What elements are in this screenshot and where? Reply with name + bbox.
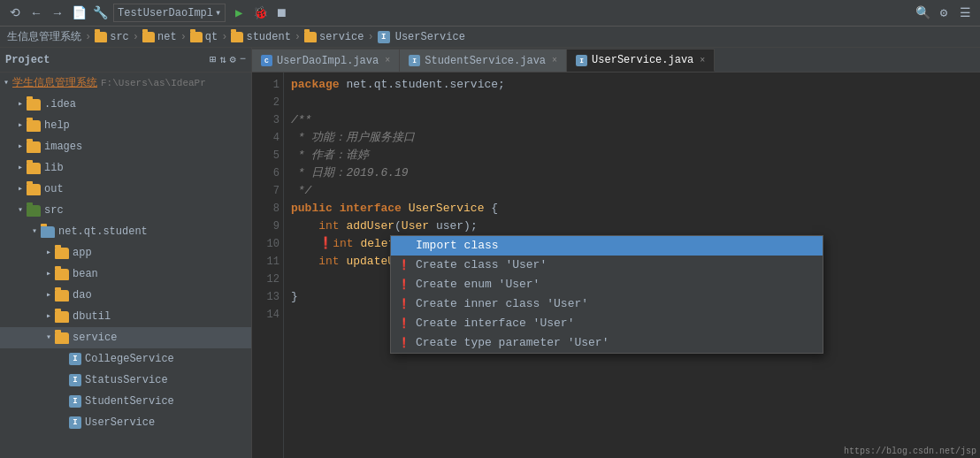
sidebar-item-src[interactable]: ▾ src [0,200,251,221]
userservice-badge: I [378,31,390,43]
root-path: F:\Users\as\IdeaPr [101,73,206,93]
autocomplete-item-3[interactable]: ❗ Create inner class 'User' [391,294,823,314]
search-icon[interactable]: 🔍 [915,5,930,21]
breadcrumb-userservice[interactable]: I UserService [378,31,465,43]
statusservice-badge: I [69,374,81,386]
sidebar-item-package[interactable]: ▾ net.qt.student [0,221,251,242]
file-icon[interactable]: 📄 [71,5,87,21]
autocomplete-item-1[interactable]: ❗ Create class 'User' [391,256,823,275]
run-config-icon[interactable]: 🔧 [92,5,108,21]
play-icon[interactable]: ▶ [231,5,247,21]
back-icon[interactable]: ← [28,5,44,21]
studentservice-label: StudentService [85,392,174,411]
sidebar-item-app[interactable]: ▸ app [0,242,251,263]
settings-icon[interactable]: ⚙ [936,5,952,21]
autocomplete-item-4[interactable]: ❗ Create interface 'User' [391,314,823,333]
tree-root[interactable]: ▾ 学生信息管理系统 F:\Users\as\IdeaPr [0,73,251,94]
sidebar-item-collegeservice[interactable]: ▸ I CollegeService [0,348,251,370]
code-content[interactable]: package net.qt.student.service; /** * 功能… [284,73,980,458]
code-line-3: /** [291,111,973,129]
error-icon-3: ❗ [398,295,410,313]
dao-folder-icon [55,290,69,302]
error-icon-2: ❗ [398,276,410,294]
autocomplete-label-2: Create enum 'User' [416,276,540,294]
app-arrow: ▸ [42,243,55,263]
tab-userdaoimpl[interactable]: C UserDaoImpl.java × [252,49,400,72]
breadcrumb-service-label: service [319,31,364,43]
dbutil-arrow: ▸ [42,307,55,326]
code-line-5: * 作者：谁婷 [291,147,973,164]
tab-userdaoimpl-close[interactable]: × [385,56,390,65]
sidebar-settings-icon[interactable]: ⚙ [230,53,236,66]
dbutil-folder-icon [55,311,69,323]
sidebar-item-userservice[interactable]: ▸ I UserService [0,412,251,433]
breadcrumb-root-label: 生信息管理系统 [7,29,81,44]
sidebar-item-dao[interactable]: ▸ dao [0,285,251,306]
breadcrumb-root[interactable]: 生信息管理系统 [7,29,81,44]
breadcrumb-net[interactable]: net [142,31,177,43]
tab-userservice[interactable]: I UserService.java × [567,49,715,72]
userdaoimpl-badge: C [261,55,272,66]
breadcrumb-qt[interactable]: qt [190,31,218,43]
breadcrumb-qt-label: qt [205,31,218,43]
src-folder-icon2 [27,205,41,217]
error-gutter-10: ❗ [318,238,331,250]
code-line-9: int addUser(User user); [291,218,973,235]
sidebar-item-statusservice[interactable]: ▸ I StatusService [0,370,251,391]
idea-label: .idea [44,95,76,114]
src-arrow: ▾ [14,201,27,220]
tab-studentservice-close[interactable]: × [552,56,557,65]
sidebar-item-bean[interactable]: ▸ bean [0,263,251,285]
bean-arrow: ▸ [42,264,55,284]
tab-studentservice[interactable]: I StudentService.java × [400,49,567,72]
sidebar-item-dbutil[interactable]: ▸ dbutil [0,306,251,327]
autocomplete-label-4: Create interface 'User' [416,315,574,332]
sidebar: Project ⊞ ⇅ ⚙ − ▾ 学生信息管理系统 F:\Users\as\I… [0,48,252,458]
root-label: 学生信息管理系统 [12,73,97,93]
breadcrumb-net-label: net [157,31,177,43]
autocomplete-dropdown[interactable]: Import class ❗ Create class 'User' ❗ Cre… [390,235,823,354]
code-line-8: public interface UserService { [291,200,973,218]
main-layout: Project ⊞ ⇅ ⚙ − ▾ 学生信息管理系统 F:\Users\as\I… [0,48,980,458]
run-config-dropdown[interactable]: TestUserDaoImpl ▾ [113,4,226,22]
app-folder-icon [55,248,69,259]
sidebar-actions: ⊞ ⇅ ⚙ − [210,53,246,66]
sidebar-item-help[interactable]: ▸ help [0,115,251,136]
userservice-tab-badge: I [576,55,587,66]
autocomplete-label-0: Import class [416,237,499,255]
sidebar-item-studentservice[interactable]: ▸ I StudentService [0,391,251,412]
debug-icon[interactable]: 🐞 [252,5,268,21]
stop-icon[interactable]: ⏹ [273,5,289,21]
autocomplete-item-5[interactable]: ❗ Create type parameter 'User' [391,333,823,353]
breadcrumb-service[interactable]: service [304,31,364,43]
lib-folder-icon [27,163,41,174]
run-config-label: TestUserDaoImpl [118,7,213,19]
forward-icon[interactable]: → [50,5,65,21]
root-arrow: ▾ [0,73,12,93]
package-arrow: ▾ [28,222,41,241]
code-editor[interactable]: 1 2 3 4 5 6 7 8 9 10 11 12 13 14 package… [252,73,980,458]
breadcrumb-student[interactable]: student [231,31,290,43]
sidebar-item-lib[interactable]: ▸ lib [0,157,251,179]
breadcrumb-src[interactable]: src [95,31,129,43]
toolbar: ⟲ ← → 📄 🔧 TestUserDaoImpl ▾ ▶ 🐞 ⏹ 🔍 ⚙ ☰ [0,0,980,27]
sidebar-action-2[interactable]: ⇅ [219,53,226,66]
package-label: net.qt.student [58,222,148,241]
error-icon-1: ❗ [398,256,410,274]
bean-label: bean [73,264,98,284]
tab-userdaoimpl-label: UserDaoImpl.java [277,55,379,67]
tab-userservice-close[interactable]: × [700,56,705,65]
sidebar-title: Project [5,54,50,66]
sidebar-item-idea[interactable]: ▸ .idea [0,94,251,115]
sidebar-item-out[interactable]: ▸ out [0,179,251,200]
dao-label: dao [73,286,92,305]
autocomplete-item-0[interactable]: Import class [391,236,823,256]
sidebar-action-1[interactable]: ⊞ [210,53,216,66]
autocomplete-item-2[interactable]: ❗ Create enum 'User' [391,275,823,294]
menu-icon[interactable]: ☰ [957,5,973,21]
sidebar-item-service[interactable]: ▾ service [0,327,251,348]
sidebar-minimize-icon[interactable]: − [240,53,246,66]
undo-icon[interactable]: ⟲ [7,5,23,21]
autocomplete-label-5: Create type parameter 'User' [416,334,609,352]
sidebar-item-images[interactable]: ▸ images [0,136,251,157]
